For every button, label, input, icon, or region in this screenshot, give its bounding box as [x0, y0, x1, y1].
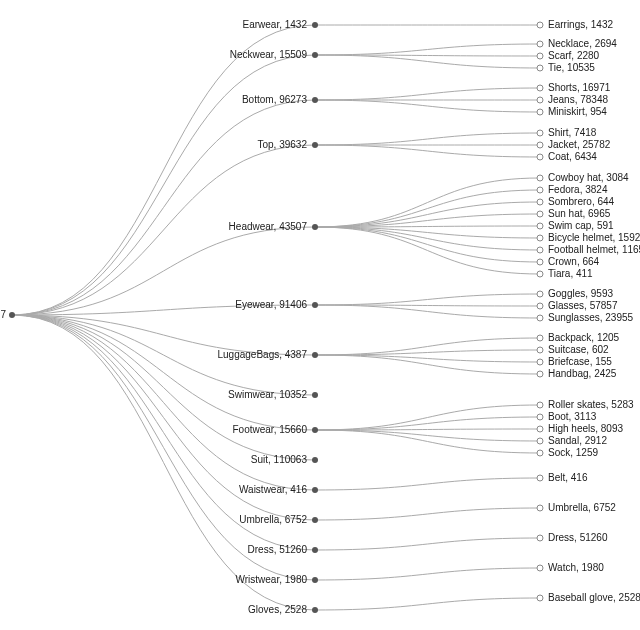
leaf-dot-miniskirt[interactable]	[537, 109, 543, 115]
leaf-dot-tiara[interactable]	[537, 271, 543, 277]
link-neckwear-tie	[315, 55, 540, 68]
leaf-label-miniskirt: Miniskirt, 954	[548, 106, 607, 117]
leaf-dot-fedora[interactable]	[537, 187, 543, 193]
node-dot-neckwear[interactable]	[312, 52, 318, 58]
leaf-label-coat: Coat, 6434	[548, 151, 597, 162]
leaf-dot-sunglasses[interactable]	[537, 315, 543, 321]
leaf-dot-backpack[interactable]	[537, 335, 543, 341]
node-dot-swimwear[interactable]	[312, 392, 318, 398]
leaf-label-tiara: Tiara, 411	[548, 268, 593, 279]
link-waistwear-belt	[315, 478, 540, 490]
node-dot-umbrella[interactable]	[312, 517, 318, 523]
leaf-dot-crown[interactable]	[537, 259, 543, 265]
leaf-label-high-heels: High heels, 8093	[548, 423, 623, 434]
link-luggagebags-handbag	[315, 355, 540, 374]
node-dot-waistwear[interactable]	[312, 487, 318, 493]
leaf-label-sock: Sock, 1259	[548, 447, 598, 458]
leaf-dot-glasses[interactable]	[537, 303, 543, 309]
leaf-label-shorts: Shorts, 16971	[548, 82, 611, 93]
leaf-label-jacket: Jacket, 25782	[548, 139, 611, 150]
node-dot-wristwear[interactable]	[312, 577, 318, 583]
leaf-dot-umbrella-leaf[interactable]	[537, 505, 543, 511]
node-label-earwear: Earwear, 1432	[243, 19, 308, 30]
leaf-dot-jacket[interactable]	[537, 142, 543, 148]
leaf-dot-sandal[interactable]	[537, 438, 543, 444]
leaf-dot-baseball-glove[interactable]	[537, 595, 543, 601]
leaf-dot-bicycle-helmet[interactable]	[537, 235, 543, 241]
leaf-label-sandal: Sandal, 2912	[548, 435, 607, 446]
leaf-dot-briefcase[interactable]	[537, 359, 543, 365]
node-dot-headwear[interactable]	[312, 224, 318, 230]
leaf-label-fedora: Fedora, 3824	[548, 184, 608, 195]
leaf-dot-jeans[interactable]	[537, 97, 543, 103]
node-dot-earwear[interactable]	[312, 22, 318, 28]
link-neckwear-necklace	[315, 44, 540, 55]
link-footwear-boot	[315, 417, 540, 430]
leaf-label-suitcase: Suitcase, 602	[548, 344, 609, 355]
leaf-dot-cowboy-hat[interactable]	[537, 175, 543, 181]
link-top-coat	[315, 145, 540, 157]
link-eyewear-sunglasses	[315, 305, 540, 318]
node-label-headwear: Headwear, 43507	[229, 221, 308, 232]
leaf-dot-goggles[interactable]	[537, 291, 543, 297]
leaf-dot-sock[interactable]	[537, 450, 543, 456]
leaf-dot-high-heels[interactable]	[537, 426, 543, 432]
leaf-dot-watch[interactable]	[537, 565, 543, 571]
leaf-dot-handbag[interactable]	[537, 371, 543, 377]
leaf-dot-suitcase[interactable]	[537, 347, 543, 353]
leaf-dot-scarf[interactable]	[537, 53, 543, 59]
leaf-dot-necklace[interactable]	[537, 41, 543, 47]
link-headwear-football-helmet	[315, 227, 540, 250]
leaf-dot-coat[interactable]	[537, 154, 543, 160]
node-dot-top[interactable]	[312, 142, 318, 148]
link-root-suit	[12, 315, 315, 460]
leaf-label-crown: Crown, 664	[548, 256, 600, 267]
link-umbrella-umbrella-leaf	[315, 508, 540, 520]
leaf-label-jeans: Jeans, 78348	[548, 94, 608, 105]
link-wristwear-watch	[315, 568, 540, 580]
links-level1-to-level2	[315, 25, 540, 610]
link-gloves-baseball-glove	[315, 598, 540, 610]
link-footwear-sandal	[315, 430, 540, 441]
node-label-waistwear: Waistwear, 416	[239, 484, 307, 495]
leaf-dot-sombrero[interactable]	[537, 199, 543, 205]
leaf-dot-boot[interactable]	[537, 414, 543, 420]
link-bottom-miniskirt	[315, 100, 540, 112]
link-footwear-sock	[315, 430, 540, 453]
leaf-label-watch: Watch, 1980	[548, 562, 604, 573]
hierarchy-tree: Clothing, 490777Earwear, 1432Neckwear, 1…	[0, 0, 640, 630]
leaf-label-shirt: Shirt, 7418	[548, 127, 597, 138]
leaf-dot-earrings[interactable]	[537, 22, 543, 28]
node-dot-eyewear[interactable]	[312, 302, 318, 308]
leaf-dot-roller-skates[interactable]	[537, 402, 543, 408]
leaf-label-roller-skates: Roller skates, 5283	[548, 399, 634, 410]
node-label-bottom: Bottom, 96273	[242, 94, 307, 105]
leaf-label-tie: Tie, 10535	[548, 62, 595, 73]
leaf-label-briefcase: Briefcase, 155	[548, 356, 612, 367]
leaf-dot-football-helmet[interactable]	[537, 247, 543, 253]
node-dot-suit[interactable]	[312, 457, 318, 463]
leaf-dot-belt[interactable]	[537, 475, 543, 481]
leaf-dot-dress-leaf[interactable]	[537, 535, 543, 541]
leaf-dot-tie[interactable]	[537, 65, 543, 71]
leaf-label-boot: Boot, 3113	[548, 411, 597, 422]
leaf-dot-sun-hat[interactable]	[537, 211, 543, 217]
node-dot-bottom[interactable]	[312, 97, 318, 103]
leaf-dot-shorts[interactable]	[537, 85, 543, 91]
node-label-wristwear: Wristwear, 1980	[235, 574, 307, 585]
node-dot-dress[interactable]	[312, 547, 318, 553]
node-label-dress: Dress, 51260	[248, 544, 308, 555]
leaf-label-dress-leaf: Dress, 51260	[548, 532, 608, 543]
leaf-dot-shirt[interactable]	[537, 130, 543, 136]
node-label-neckwear: Neckwear, 15509	[230, 49, 308, 60]
node-dot-luggagebags[interactable]	[312, 352, 318, 358]
leaf-label-sombrero: Sombrero, 644	[548, 196, 615, 207]
link-dress-dress-leaf	[315, 538, 540, 550]
link-headwear-fedora	[315, 190, 540, 227]
node-label-gloves: Gloves, 2528	[248, 604, 307, 615]
leaf-label-backpack: Backpack, 1205	[548, 332, 620, 343]
node-dot-footwear[interactable]	[312, 427, 318, 433]
node-dot-gloves[interactable]	[312, 607, 318, 613]
leaf-label-sunglasses: Sunglasses, 23955	[548, 312, 634, 323]
leaf-dot-swim-cap[interactable]	[537, 223, 543, 229]
